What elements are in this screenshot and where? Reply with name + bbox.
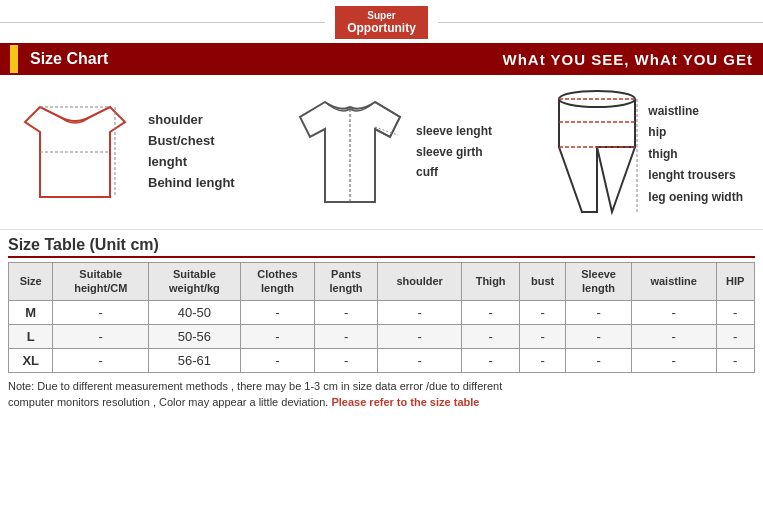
pants-diagram <box>552 87 642 217</box>
data-cell: - <box>631 300 716 324</box>
header-line-left <box>0 22 325 23</box>
shirt-label-sleeve-lenght: sleeve lenght <box>416 121 492 141</box>
data-cell: 56-61 <box>149 348 241 372</box>
note-text2: computer monitors resolution , Color may… <box>8 396 328 408</box>
tshirt-labels: shoulder Bust/chest lenght Behind lenght <box>148 110 235 193</box>
data-cell: - <box>462 300 519 324</box>
yellow-stripe <box>10 45 18 73</box>
shirt-label-sleeve-girth: sleeve girth <box>416 142 492 162</box>
tshirt-label-bust: Bust/chest <box>148 131 235 152</box>
col-height: Suitableheight/CM <box>53 263 149 301</box>
size-cell: L <box>9 324 53 348</box>
data-cell: - <box>53 300 149 324</box>
size-table-title: Size Table (Unit cm) <box>8 236 755 258</box>
data-cell: - <box>566 324 632 348</box>
title-bar-left: Size Chart <box>10 45 108 73</box>
col-sleeve: Sleevelength <box>566 263 632 301</box>
col-waistline: waistline <box>631 263 716 301</box>
data-cell: - <box>240 300 315 324</box>
tshirt-section: shoulder Bust/chest lenght Behind lenght <box>10 87 235 217</box>
brand-badge: Super Opportunity <box>335 6 428 39</box>
col-size: Size <box>9 263 53 301</box>
top-header: Super Opportunity <box>0 0 763 43</box>
table-row: M-40-50-------- <box>9 300 755 324</box>
data-cell: - <box>315 300 377 324</box>
col-clothes: Clotheslength <box>240 263 315 301</box>
tshirt-label-lenght: lenght <box>148 152 235 173</box>
shirt-diagram <box>290 87 410 217</box>
table-row: L-50-56-------- <box>9 324 755 348</box>
pants-label-lenght-trousers: lenght trousers <box>648 165 743 187</box>
data-cell: - <box>240 348 315 372</box>
header-line-right <box>438 22 763 23</box>
data-cell: - <box>631 348 716 372</box>
tshirt-label-shoulder: shoulder <box>148 110 235 131</box>
tshirt-diagram <box>10 87 140 217</box>
data-cell: - <box>377 348 462 372</box>
data-cell: - <box>377 300 462 324</box>
note-line1: Note: Due to different measurement metho… <box>8 378 755 395</box>
note-line2: computer monitors resolution , Color may… <box>8 394 755 411</box>
brand-line2: Opportunity <box>347 21 416 35</box>
data-cell: 40-50 <box>149 300 241 324</box>
data-cell: - <box>315 348 377 372</box>
note-text3: Please refer to the size table <box>331 396 479 408</box>
col-bust: bust <box>519 263 565 301</box>
col-thigh: Thigh <box>462 263 519 301</box>
data-cell: - <box>377 324 462 348</box>
data-cell: - <box>53 348 149 372</box>
data-cell: - <box>53 324 149 348</box>
pants-label-thigh: thigh <box>648 144 743 166</box>
title-bar: Size Chart WhAt YOU SEE, WhAt YOU GEt <box>0 43 763 75</box>
pants-label-hip: hip <box>648 122 743 144</box>
data-cell: - <box>519 324 565 348</box>
data-cell: - <box>462 348 519 372</box>
pants-label-leg-oening-width: leg oening width <box>648 187 743 209</box>
note-area: Note: Due to different measurement metho… <box>0 373 763 415</box>
size-cell: XL <box>9 348 53 372</box>
data-cell: - <box>566 348 632 372</box>
shirt-label-cuff: cuff <box>416 162 492 182</box>
size-table-section: Size Table (Unit cm) Size Suitableheight… <box>0 230 763 373</box>
data-cell: 50-56 <box>149 324 241 348</box>
data-cell: - <box>519 348 565 372</box>
brand-line1: Super <box>347 10 416 21</box>
data-cell: - <box>240 324 315 348</box>
shirt-section: sleeve lenght sleeve girth cuff <box>290 87 492 217</box>
pants-labels-right: waistline hip thigh lenght trousers leg … <box>648 96 743 209</box>
pants-label-waistline: waistline <box>648 101 743 123</box>
col-hip: HIP <box>716 263 755 301</box>
data-cell: - <box>566 300 632 324</box>
table-header-row: Size Suitableheight/CM Suitableweight/kg… <box>9 263 755 301</box>
size-chart-title: Size Chart <box>30 50 108 68</box>
data-cell: - <box>716 348 755 372</box>
size-table: Size Suitableheight/CM Suitableweight/kg… <box>8 262 755 373</box>
diagram-area: shoulder Bust/chest lenght Behind lenght <box>0 75 763 230</box>
data-cell: - <box>631 324 716 348</box>
data-cell: - <box>462 324 519 348</box>
size-cell: M <box>9 300 53 324</box>
shirt-labels: sleeve lenght sleeve girth cuff <box>416 121 492 182</box>
pants-section: waistline hip thigh lenght trousers leg … <box>552 87 743 217</box>
tshirt-label-behind: Behind lenght <box>148 173 235 194</box>
table-row: XL-56-61-------- <box>9 348 755 372</box>
title-bar-subtitle: WhAt YOU SEE, WhAt YOU GEt <box>503 51 753 68</box>
data-cell: - <box>716 300 755 324</box>
col-weight: Suitableweight/kg <box>149 263 241 301</box>
data-cell: - <box>716 324 755 348</box>
col-pants: Pantslength <box>315 263 377 301</box>
data-cell: - <box>519 300 565 324</box>
data-cell: - <box>315 324 377 348</box>
col-shoulder: shoulder <box>377 263 462 301</box>
